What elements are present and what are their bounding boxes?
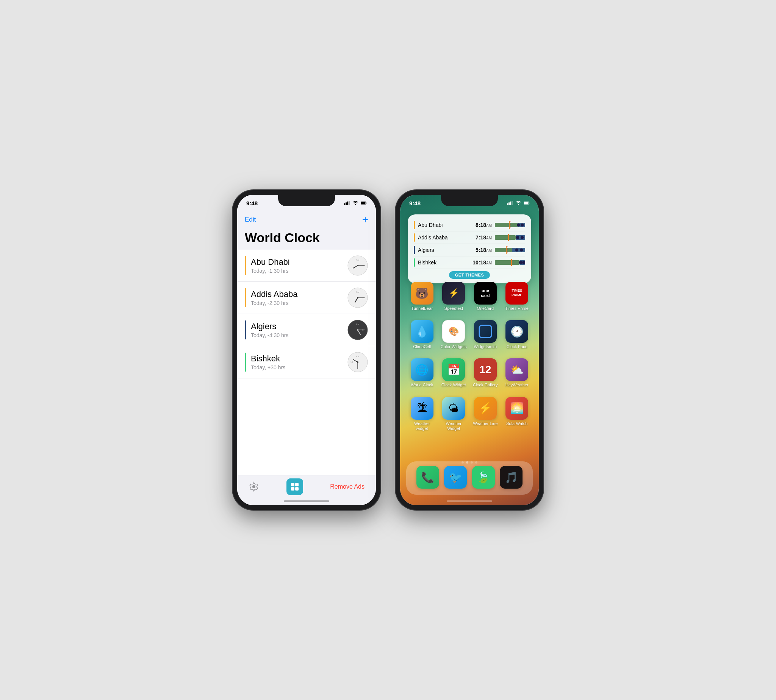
- app-clockgallery[interactable]: 12 Clock Gallery: [472, 358, 499, 388]
- widget-row-algiers: Algiers 5:18AM: [414, 244, 525, 257]
- clock-item-algiers[interactable]: Algiers Today, -4:30 hrs AM 5: [237, 314, 376, 346]
- status-time-home: 9:48: [409, 200, 421, 207]
- color-indicator: [245, 320, 246, 339]
- svg-point-53: [516, 236, 519, 239]
- svg-point-48: [521, 223, 524, 227]
- svg-point-47: [517, 223, 520, 227]
- app-weatherwidget1[interactable]: 🏝 Weather widget: [409, 397, 436, 431]
- time-offset: Today, -2:30 hrs: [251, 300, 342, 306]
- add-button[interactable]: +: [362, 214, 368, 225]
- clock-item-abu-dhabi[interactable]: Abu Dhabi Today, -1:30 hrs AM 8: [237, 250, 376, 282]
- svg-rect-0: [344, 203, 345, 205]
- widget-city: Addis Ababa: [418, 235, 472, 240]
- analog-clock-bishkek: AM 10: [347, 352, 368, 373]
- timeline-bar: [495, 259, 525, 266]
- widget-city: Algiers: [418, 247, 472, 253]
- app-tunnelbear[interactable]: 🐻 TunnelBear: [409, 282, 436, 311]
- app-widgetsmith[interactable]: Widgetsmith: [472, 320, 499, 349]
- app-label: SolarWatch: [506, 421, 527, 426]
- svg-point-60: [520, 248, 523, 252]
- app-icon: 🌤: [442, 397, 465, 420]
- svg-point-18: [357, 297, 359, 298]
- app-timesprime[interactable]: TIMESPRIME Times Prime: [503, 282, 531, 311]
- get-themes-section: GET THEMES: [414, 271, 525, 279]
- svg-point-59: [515, 248, 518, 252]
- clock-item-bishkek[interactable]: Bishkek Today, +30 hrs AM 10: [237, 346, 376, 378]
- app-label: Times Prime: [506, 306, 529, 311]
- app-clockwidget[interactable]: 📅 Clock Widget: [440, 358, 467, 388]
- page-title: World Clock: [245, 230, 368, 245]
- svg-point-66: [522, 261, 525, 264]
- app-label: HeyWeather: [506, 383, 529, 388]
- app-label: ClimaCell: [413, 344, 431, 349]
- wifi-icon: [352, 201, 359, 205]
- notch-2: [441, 195, 498, 206]
- app-row-3: 🌐 World Clock 📅 Clock Widget 12 Clock Ga…: [406, 358, 533, 388]
- app-worldclock[interactable]: 🌐 World Clock: [409, 358, 436, 388]
- app-row-4: 🏝 Weather widget 🌤 Weather Widget ⚡ Weat…: [406, 397, 533, 431]
- app-colorwidgets[interactable]: 🎨 Color Widgets: [440, 320, 467, 349]
- time-offset: Today, -4:30 hrs: [251, 332, 342, 338]
- widget-icon: [290, 482, 299, 491]
- clock-item-addis-ababa[interactable]: Addis Ababa Today, -2:30 hrs AM 7: [237, 282, 376, 314]
- widget-row-bishkek: Bishkek 10:18AM: [414, 257, 525, 269]
- app-climacell[interactable]: 💧 ClimaCell: [409, 320, 436, 349]
- app-icon: TIMESPRIME: [506, 282, 528, 305]
- svg-rect-2: [347, 202, 348, 205]
- app-icon: 🐻: [411, 282, 434, 305]
- edit-button[interactable]: Edit: [245, 216, 256, 223]
- app-icon: 🌅: [506, 397, 528, 420]
- svg-rect-33: [295, 483, 299, 487]
- remove-ads-button[interactable]: Remove Ads: [330, 483, 364, 490]
- app-icon: 🎨: [442, 320, 465, 343]
- app-label: Speedtest: [444, 306, 463, 311]
- widget-bars: [495, 246, 525, 254]
- clock-list: Abu Dhabi Today, -1:30 hrs AM 8: [237, 250, 376, 475]
- widget-row-abu-dhabi: Abu Dhabi 8:18AM: [414, 219, 525, 232]
- app-weatherwidget2[interactable]: 🌤 Weather Widget: [440, 397, 467, 431]
- time-offset: Today, +30 hrs: [251, 364, 342, 370]
- settings-icon[interactable]: [249, 482, 259, 492]
- app-icon: ⛅: [506, 358, 528, 381]
- get-themes-button[interactable]: GET THEMES: [449, 271, 490, 279]
- widget-time: 5:18AM: [476, 247, 492, 253]
- home-screen: 9:48 Abu Dhabi 8:18AM: [400, 195, 539, 505]
- signal-icon: [344, 201, 350, 205]
- analog-clock-abu-dhabi: AM 8: [347, 255, 368, 276]
- app-label: Weather Widget: [440, 421, 467, 431]
- svg-text:10: 10: [350, 361, 353, 363]
- widget-color-bar: [414, 233, 415, 242]
- app-icon: 12: [474, 358, 497, 381]
- city-name: Addis Ababa: [251, 289, 342, 299]
- app-label: Widgetsmith: [474, 344, 497, 349]
- dock-evernote[interactable]: 🍃: [470, 466, 497, 490]
- dock: 📞 🐦 🍃 🎵: [406, 462, 533, 495]
- dock-twitter[interactable]: 🐦: [442, 466, 469, 490]
- clock-info: Abu Dhabi Today, -1:30 hrs: [251, 257, 342, 274]
- svg-rect-55: [495, 248, 512, 252]
- svg-rect-37: [509, 202, 510, 205]
- notch: [278, 195, 335, 206]
- app-label: TunnelBear: [412, 306, 433, 311]
- widget-city: Bishkek: [418, 260, 469, 265]
- svg-rect-39: [512, 201, 513, 205]
- svg-rect-35: [295, 487, 299, 490]
- app-speedtest[interactable]: ⚡ Speedtest: [440, 282, 467, 311]
- svg-rect-34: [291, 487, 294, 490]
- app-label: Weather Line: [473, 421, 497, 426]
- app-weatherline[interactable]: ⚡ Weather Line: [472, 397, 499, 431]
- app-icon: ⚡: [474, 397, 497, 420]
- app-grid: 🐻 TunnelBear ⚡ Speedtest onecard OneCard…: [400, 282, 539, 440]
- widget-button[interactable]: [287, 478, 303, 495]
- app-clockface[interactable]: 🕐 Clock Face: [503, 320, 531, 349]
- dock-spotify[interactable]: 🎵: [497, 466, 525, 490]
- app-solarwatch[interactable]: 🌅 SolarWatch: [503, 397, 531, 431]
- app-onecard[interactable]: onecard OneCard: [472, 282, 499, 311]
- app-label: Weather widget: [409, 421, 436, 431]
- time-offset: Today, -1:30 hrs: [251, 268, 342, 274]
- svg-rect-61: [495, 260, 519, 265]
- app-heyweather[interactable]: ⛅ HeyWeather: [503, 358, 531, 388]
- svg-rect-49: [495, 235, 516, 240]
- world-clock-widget[interactable]: Abu Dhabi 8:18AM: [408, 214, 531, 283]
- dock-phone[interactable]: 📞: [414, 466, 441, 490]
